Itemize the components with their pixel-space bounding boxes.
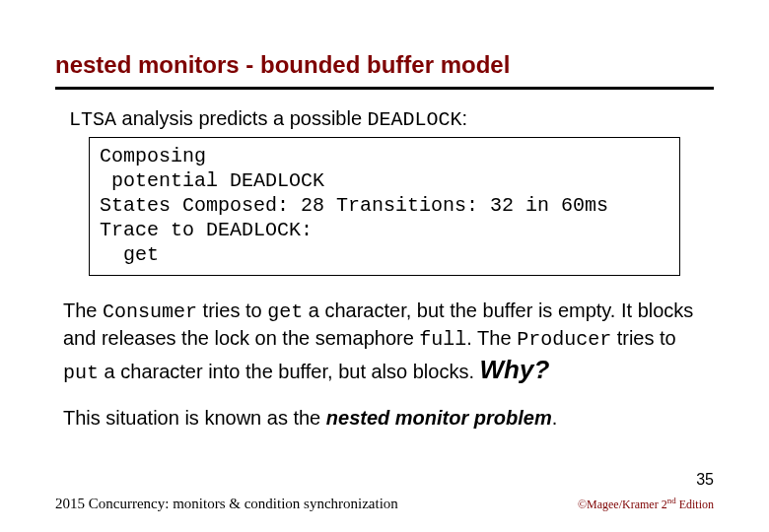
intro-line: LTSA analysis predicts a possible DEADLO… [69,107,714,131]
get-term: get [267,300,303,323]
deadlock-label: DEADLOCK [368,108,462,131]
nested-monitor-term: nested monitor problem [326,407,552,429]
intro-mid: analysis predicts a possible [116,107,368,129]
ltsa-label: LTSA [69,108,116,131]
edition-ordinal: nd [667,496,676,505]
text: . The [466,327,517,349]
text: The [63,299,103,321]
edition-tail: Edition [676,498,714,511]
text: a character into the buffer, but also bl… [99,361,480,382]
text: tries to [197,299,267,321]
slide-title: nested monitors - bounded buffer model [55,51,714,87]
analysis-output-box: Composing potential DEADLOCK States Comp… [89,137,680,276]
text: tries to [611,327,676,349]
intro-tail: : [462,107,468,129]
title-divider [55,87,714,90]
explanation-paragraph: The Consumer tries to get a character, b… [63,298,706,387]
copyright-pre: ©Magee/Kramer [578,498,662,511]
footer-left: 2015 Concurrency: monitors & condition s… [55,496,398,512]
footer-right: ©Magee/Kramer 2nd Edition [578,496,714,512]
put-term: put [63,362,99,384]
page-number: 35 [696,471,714,489]
why-emphasis: Why? [480,355,550,384]
full-term: full [419,328,466,351]
conclusion-paragraph: This situation is known as the nested mo… [63,405,706,432]
producer-term: Producer [517,328,611,351]
text: This situation is known as the [63,407,326,429]
text: . [552,407,558,429]
consumer-term: Consumer [103,300,197,323]
